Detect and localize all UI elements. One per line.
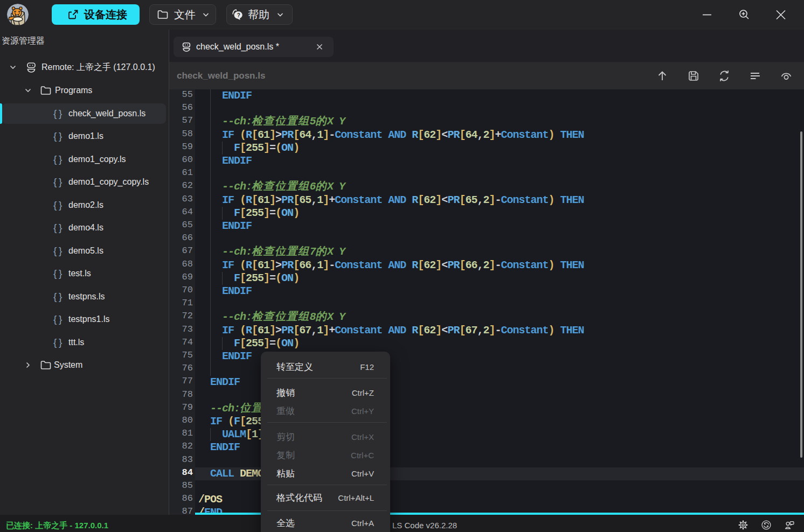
- svg-text:?: ?: [237, 12, 240, 18]
